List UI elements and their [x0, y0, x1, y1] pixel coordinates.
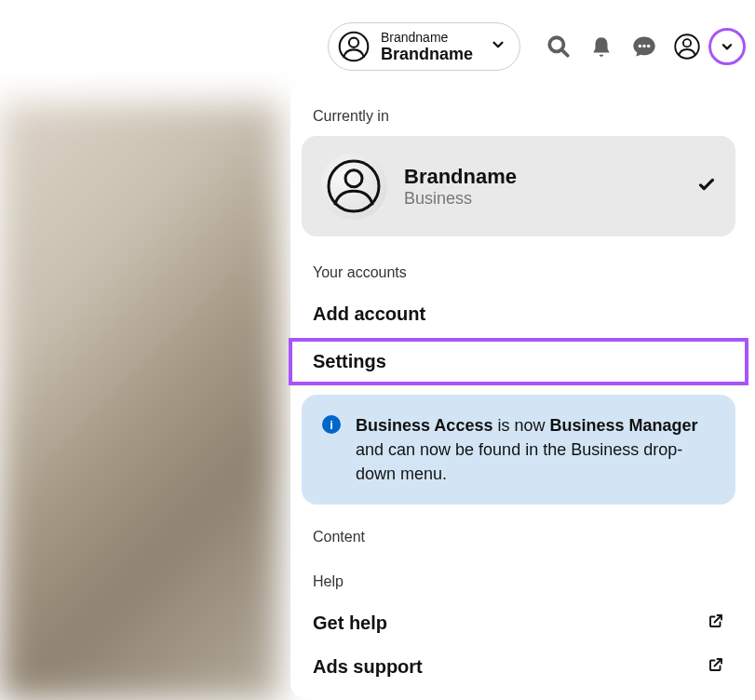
help-section-label: Help: [290, 568, 747, 601]
svg-point-6: [647, 45, 651, 48]
get-help-label: Get help: [313, 612, 387, 634]
current-account-info: Brandname Business: [404, 165, 680, 209]
ads-support-item[interactable]: Ads support: [290, 645, 747, 689]
bell-icon: [589, 34, 613, 59]
account-dropdown-panel: Currently in Brandname Business Your acc…: [290, 84, 747, 698]
user-avatar-icon: [673, 33, 701, 61]
currently-in-label: Currently in: [290, 102, 747, 136]
svg-point-4: [639, 45, 642, 48]
account-pill-label-top: Brandname: [381, 30, 473, 45]
add-account-item[interactable]: Add account: [290, 292, 747, 336]
external-link-icon: [708, 612, 724, 634]
add-account-label: Add account: [313, 303, 425, 325]
checkmark-icon: [696, 174, 717, 198]
svg-point-8: [683, 39, 691, 47]
info-banner-text: Business Access is now Business Manager …: [356, 413, 715, 486]
get-help-item[interactable]: Get help: [290, 601, 747, 645]
chevron-down-icon: [721, 40, 734, 53]
settings-label: Settings: [313, 351, 386, 372]
user-avatar-icon: [320, 153, 387, 220]
current-account-card[interactable]: Brandname Business: [302, 136, 735, 236]
search-icon: [546, 34, 571, 59]
notifications-button[interactable]: [580, 25, 623, 68]
svg-point-1: [349, 38, 358, 47]
user-avatar-icon: [336, 29, 371, 64]
current-account-type: Business: [404, 189, 680, 209]
your-accounts-label: Your accounts: [290, 259, 747, 292]
search-button[interactable]: [537, 25, 580, 68]
profile-button[interactable]: [666, 25, 708, 68]
account-pill-labels: Brandname Brandname: [381, 30, 473, 64]
svg-point-5: [642, 45, 646, 48]
background-content-blur: [0, 102, 279, 700]
chat-icon: [631, 34, 657, 60]
external-link-icon: [708, 656, 724, 678]
current-account-name: Brandname: [404, 165, 680, 189]
account-pill-label-bottom: Brandname: [381, 45, 473, 64]
account-switcher-pill[interactable]: Brandname Brandname: [328, 22, 520, 71]
ads-support-label: Ads support: [313, 656, 423, 678]
info-banner: i Business Access is now Business Manage…: [302, 395, 735, 505]
top-nav-bar: Brandname Brandname: [0, 19, 755, 74]
svg-point-10: [345, 170, 362, 187]
svg-line-3: [562, 50, 568, 56]
accounts-dropdown-toggle[interactable]: [708, 28, 746, 65]
messages-button[interactable]: [623, 25, 666, 68]
settings-item[interactable]: Settings: [290, 340, 747, 384]
chevron-down-icon: [490, 36, 506, 57]
info-icon: i: [322, 415, 341, 434]
content-section-label: Content: [290, 523, 747, 557]
